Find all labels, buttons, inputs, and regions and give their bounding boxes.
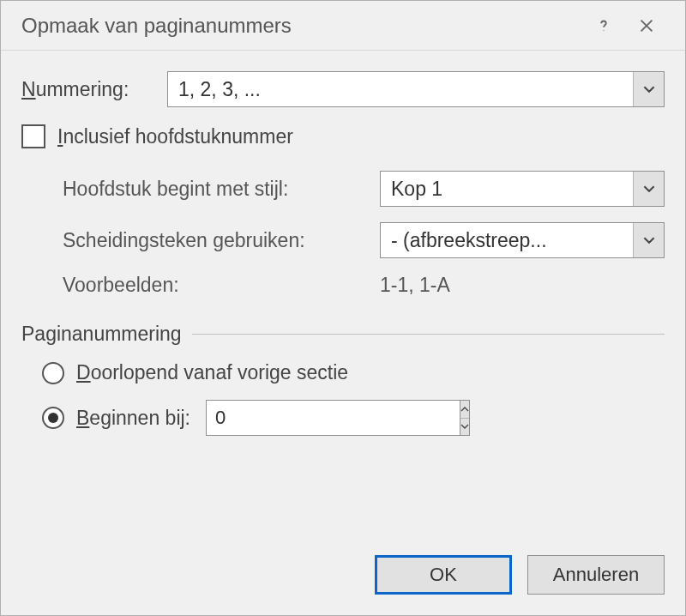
start-at-label: Beginnen bij: [76, 407, 190, 430]
number-format-combo[interactable]: 1, 2, 3, ... [167, 71, 665, 107]
separator-value: - (afbreekstreep... [391, 229, 547, 252]
chevron-down-icon [633, 72, 664, 106]
number-format-value: 1, 2, 3, ... [178, 78, 261, 101]
help-button[interactable] [582, 7, 625, 45]
dialog-footer: OK Annuleren [1, 541, 685, 615]
cancel-button[interactable]: Annuleren [527, 555, 665, 595]
examples-label: Voorbeelden: [63, 274, 380, 297]
chapter-style-value: Kop 1 [391, 178, 442, 201]
start-at-input[interactable] [206, 400, 460, 436]
page-number-format-dialog: Opmaak van paginanummers Nummering: 1, 2… [0, 0, 686, 616]
continue-label: Doorlopend vanaf vorige sectie [76, 361, 348, 384]
dialog-title: Opmaak van paginanummers [21, 14, 582, 38]
start-at-radio[interactable] [42, 407, 64, 429]
chevron-down-icon [633, 172, 664, 206]
spinner-up-icon[interactable] [460, 401, 469, 419]
spinner-down-icon[interactable] [460, 419, 469, 436]
ok-button[interactable]: OK [375, 555, 512, 595]
include-chapter-label: Inclusief hoofdstuknummer [57, 125, 293, 148]
separator-combo[interactable]: - (afbreekstreep... [380, 222, 665, 258]
svg-point-0 [603, 29, 604, 30]
dialog-content: Nummering: 1, 2, 3, ... Inclusief hoofds… [1, 51, 685, 541]
continue-radio[interactable] [42, 362, 64, 384]
chapter-style-combo[interactable]: Kop 1 [380, 171, 665, 207]
chevron-down-icon [633, 223, 664, 257]
divider [192, 334, 665, 335]
chapter-style-label: Hoofdstuk begint met stijl: [63, 178, 380, 201]
titlebar: Opmaak van paginanummers [1, 1, 685, 51]
separator-label: Scheidingsteken gebruiken: [63, 229, 380, 252]
start-at-spinner[interactable] [206, 400, 352, 436]
page-numbering-group-label: Paginanummering [21, 323, 182, 346]
include-chapter-checkbox[interactable] [21, 124, 45, 148]
numbering-label: Nummering: [21, 78, 167, 101]
examples-value: 1-1, 1-A [380, 274, 450, 297]
close-button[interactable] [625, 7, 668, 45]
